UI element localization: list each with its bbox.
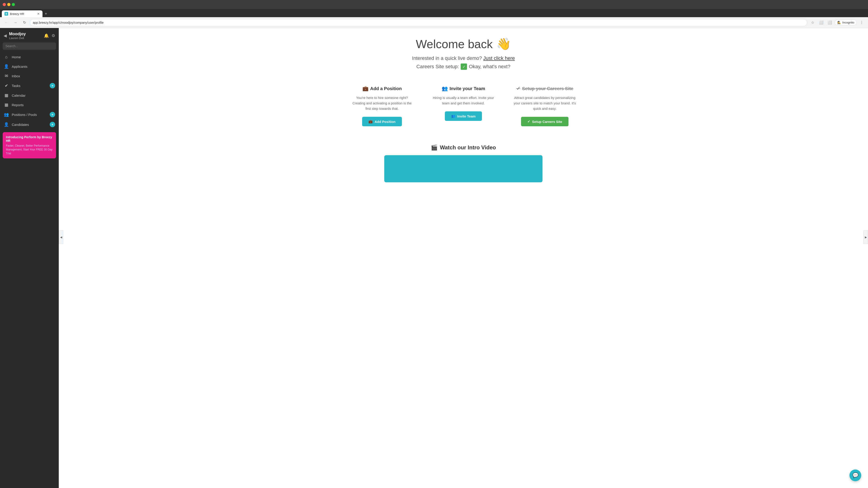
- sidebar-item-label: Positions / Pools: [12, 113, 47, 117]
- invite-team-button[interactable]: 👥 Invite Team: [445, 111, 482, 121]
- tab-close-button[interactable]: ✕: [37, 12, 40, 15]
- menu-button[interactable]: ⋮: [858, 19, 865, 26]
- add-position-title: 💼 Add a Position: [350, 86, 414, 92]
- applicants-icon: 👤: [4, 64, 9, 69]
- add-position-btn-icon: 💼: [368, 120, 373, 124]
- video-title-text: Watch our Intro Video: [440, 144, 496, 151]
- sidebar-item-home[interactable]: ⌂ Home: [0, 53, 59, 62]
- chat-icon: 💬: [852, 473, 859, 478]
- active-tab[interactable]: B Breezy HR ✕: [2, 10, 42, 17]
- tasks-add-button[interactable]: +: [50, 83, 55, 88]
- sidebar-item-calendar[interactable]: ▦ Calendar: [0, 91, 59, 100]
- invite-team-desc: Hiring is usually a team effort. Invite …: [432, 95, 495, 106]
- minimize-window-button[interactable]: [7, 3, 10, 6]
- sidebar-brand: ◀ Moodjoy Lauren Dell: [4, 32, 26, 40]
- sidebar-item-label: Inbox: [12, 74, 55, 78]
- add-position-desc: You're here to hire someone right? Creat…: [350, 95, 414, 111]
- sidebar-back-icon[interactable]: ◀: [4, 33, 7, 38]
- setup-careers-title: ✓ Setup your Careers Site: [513, 86, 577, 92]
- settings-gear-icon[interactable]: ⚙: [52, 33, 55, 38]
- toolbar-right: ☆ ⬜ ⬜ 🕵 Incognito ⋮: [809, 19, 865, 26]
- sidebar-header-icons: 🔔 ⚙: [44, 33, 55, 38]
- promo-desc: Faster, Cleaner, Better Performance Mana…: [6, 144, 53, 155]
- sidebar-item-positions-pools[interactable]: 👥 Positions / Pools +: [0, 109, 59, 120]
- sidebar-item-label: Candidates: [12, 123, 47, 127]
- brand-info: Moodjoy Lauren Dell: [9, 32, 26, 40]
- sidebar-item-tasks[interactable]: ✔ Tasks +: [0, 80, 59, 91]
- wave-emoji: 👋: [496, 37, 511, 51]
- add-position-card: 💼 Add a Position You're here to hire som…: [346, 81, 418, 131]
- bookmark-button[interactable]: ☆: [809, 19, 816, 26]
- sidebar-item-candidates[interactable]: 👤 Candidates +: [0, 120, 59, 129]
- browser-controls: [3, 3, 15, 6]
- promo-banner[interactable]: Introducing Perform by Breezy HR Faster,…: [3, 132, 56, 158]
- forward-button[interactable]: →: [12, 19, 19, 26]
- demo-label: Interested in a quick live demo?: [412, 55, 482, 61]
- sidebar-item-label: Home: [12, 55, 55, 59]
- back-button[interactable]: ←: [3, 19, 10, 26]
- invite-team-title: 👥 Invite your Team: [432, 86, 495, 92]
- maximize-window-button[interactable]: [12, 3, 15, 6]
- sidebar-item-inbox[interactable]: ✉ Inbox: [0, 71, 59, 80]
- sidebar: ◀ Moodjoy Lauren Dell 🔔 ⚙ ⌂ Home 👤 Appli…: [0, 28, 59, 488]
- calendar-icon: ▦: [4, 93, 9, 98]
- video-section: 🎬 Watch our Intro Video: [384, 144, 542, 182]
- careers-label: Careers Site setup:: [416, 64, 459, 70]
- promo-title: Introducing Perform by Breezy HR: [6, 135, 53, 142]
- home-icon: ⌂: [4, 55, 9, 59]
- add-position-btn-label: Add Position: [375, 120, 396, 124]
- candidates-add-button[interactable]: +: [50, 122, 55, 127]
- browser-toolbar: ← → ↻ app.breezy.hr/app/c/moodjoy/compan…: [0, 17, 868, 28]
- tab-bar: B Breezy HR ✕ +: [0, 9, 868, 17]
- setup-careers-btn-icon: ✓: [527, 120, 530, 124]
- inbox-icon: ✉: [4, 73, 9, 78]
- sidebar-item-reports[interactable]: ▦ Reports: [0, 100, 59, 109]
- positions-add-button[interactable]: +: [50, 112, 55, 117]
- tab-title: Breezy HR: [10, 12, 24, 15]
- reports-icon: ▦: [4, 102, 9, 107]
- setup-careers-card: ✓ Setup your Careers Site Attract great …: [508, 81, 581, 131]
- incognito-badge: 🕵 Incognito: [835, 20, 857, 25]
- setup-careers-button[interactable]: ✓ Setup Careers Site: [521, 117, 568, 126]
- scroll-right-button[interactable]: ▶: [864, 230, 868, 244]
- brand-user: Lauren Dell: [9, 36, 26, 40]
- chat-widget-button[interactable]: 💬: [849, 469, 861, 481]
- video-icon: 🎬: [431, 144, 438, 151]
- refresh-button[interactable]: ↻: [21, 19, 28, 26]
- tab-favicon: B: [4, 12, 8, 15]
- close-window-button[interactable]: [3, 3, 6, 6]
- careers-status-section: Careers Site setup: ✓ Okay, what's next?: [416, 64, 510, 70]
- careers-check-badge: ✓: [461, 64, 467, 70]
- action-cards: 💼 Add a Position You're here to hire som…: [339, 81, 588, 131]
- search-input[interactable]: [3, 42, 56, 50]
- browser-titlebar: [0, 0, 868, 9]
- new-tab-button[interactable]: +: [43, 10, 49, 17]
- scroll-left-button[interactable]: ◀: [59, 230, 63, 244]
- address-bar[interactable]: app.breezy.hr/app/c/moodjoy/company/user…: [30, 19, 807, 26]
- checkmark-icon: ✓: [516, 86, 520, 92]
- add-position-label: Add a Position: [370, 86, 402, 91]
- careers-status-text: Okay, what's next?: [469, 64, 510, 70]
- invite-team-btn-icon: 👥: [451, 114, 456, 118]
- browser-chrome: B Breezy HR ✕ + ← → ↻ app.breezy.hr/app/…: [0, 0, 868, 28]
- profile-button[interactable]: ⬜: [826, 19, 833, 26]
- setup-careers-btn-label: Setup Careers Site: [532, 120, 562, 124]
- sidebar-header: ◀ Moodjoy Lauren Dell 🔔 ⚙: [0, 28, 59, 42]
- extensions-button[interactable]: ⬜: [817, 19, 825, 26]
- app-layout: ◀ Moodjoy Lauren Dell 🔔 ⚙ ⌂ Home 👤 Appli…: [0, 28, 868, 488]
- notification-bell-icon[interactable]: 🔔: [44, 33, 49, 38]
- sidebar-item-applicants[interactable]: 👤 Applicants: [0, 62, 59, 71]
- video-player[interactable]: [384, 155, 542, 182]
- sidebar-item-label: Calendar: [12, 94, 55, 97]
- demo-section: Interested in a quick live demo? Just cl…: [412, 55, 515, 61]
- invite-team-label: Invite your Team: [450, 86, 485, 91]
- add-position-button[interactable]: 💼 Add Position: [362, 117, 402, 126]
- incognito-icon: 🕵: [837, 21, 841, 24]
- candidates-icon: 👤: [4, 122, 9, 127]
- setup-careers-desc: Attract great candidates by personalizin…: [513, 95, 577, 111]
- main-content: Welcome back 👋 Interested in a quick liv…: [59, 28, 868, 488]
- invite-team-card: 👥 Invite your Team Hiring is usually a t…: [427, 81, 500, 131]
- address-text: app.breezy.hr/app/c/moodjoy/company/user…: [33, 21, 103, 24]
- demo-link[interactable]: Just click here: [483, 55, 515, 61]
- tasks-icon: ✔: [4, 83, 9, 88]
